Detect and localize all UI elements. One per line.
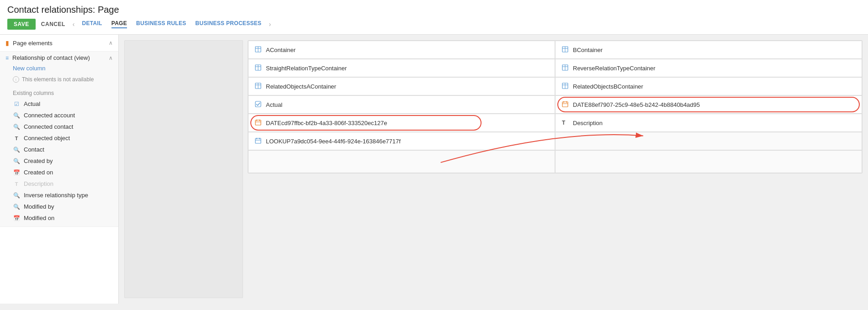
text-icon: T [562, 120, 569, 126]
date-icon [255, 119, 262, 127]
existing-columns-label: Existing columns [5, 86, 113, 98]
cell-label: DATE88ef7907-25c9-48e5-b242-4b8840b4ad95 [573, 101, 700, 108]
sidebar-item-label: Inverse relationship type [24, 192, 88, 199]
new-column-link[interactable]: New column [5, 61, 113, 75]
cell-straight-relation[interactable]: StraightRelationTypeContainer [248, 59, 555, 77]
calendar-icon: 📅 [13, 215, 20, 221]
canvas-wrapper: AContainer BContainer StraightRelation [248, 40, 863, 298]
cell-label: RelatedObjectsBContainer [573, 83, 643, 90]
cell-label: BContainer [573, 47, 603, 53]
sidebar-item-inverse-relationship[interactable]: 🔍 Inverse relationship type [5, 189, 113, 201]
sidebar-item-modified-by[interactable]: 🔍 Modified by [5, 201, 113, 212]
sidebar-item-created-on[interactable]: 📅 Created on [5, 167, 113, 178]
cell-reverse-relation[interactable]: ReverseRelationTypeContainer [555, 59, 862, 77]
check-icon [255, 101, 262, 109]
content-area: AContainer BContainer StraightRelation [119, 35, 868, 304]
sidebar-item-label: Connected contact [24, 123, 73, 130]
sidebar-item-label: Modified on [24, 215, 54, 221]
cancel-button[interactable]: CANCEL [41, 21, 65, 27]
cell-related-b[interactable]: RelatedObjectsBContainer [555, 77, 862, 95]
grid-container: AContainer BContainer StraightRelation [248, 41, 862, 173]
nav-next-arrow[interactable]: › [267, 21, 273, 28]
sidebar-item-label: Connected account [24, 112, 75, 119]
cell-description[interactable]: T Description [555, 114, 862, 132]
sidebar-subsection-title: Relationship of contact (view) [12, 54, 90, 61]
sidebar-section-title: Page elements [13, 40, 53, 47]
sidebar-item-connected-object[interactable]: T Connected object [5, 132, 113, 144]
search-icon: 🔍 [13, 204, 20, 210]
search-icon: 🔍 [13, 147, 20, 153]
sidebar-item-label: Created by [24, 158, 53, 164]
cell-label: Actual [266, 101, 282, 108]
cell-label: StraightRelationTypeContainer [266, 65, 347, 72]
sidebar-item-label: Actual [24, 100, 40, 107]
calendar-icon: 📅 [13, 169, 20, 176]
cell-label: LOOKUP7a9dc054-9ee4-44f6-924e-163846e771… [266, 138, 401, 145]
sidebar-item-modified-on[interactable]: 📅 Modified on [5, 212, 113, 224]
text-icon: T [13, 181, 20, 187]
search-icon: 🔍 [13, 158, 20, 164]
unavailable-text: This elements is not available [22, 76, 94, 83]
sidebar-item-created-by[interactable]: 🔍 Created by [5, 155, 113, 167]
save-button[interactable]: SAVE [7, 19, 36, 30]
date-icon [562, 101, 569, 109]
cell-empty-5-1 [555, 132, 862, 150]
sidebar-item-label: Description [24, 180, 53, 187]
sidebar-item-label: Connected object [24, 135, 70, 142]
sidebar-item-actual[interactable]: ☑ Actual [5, 98, 113, 110]
table-icon [255, 46, 262, 54]
cell-related-a[interactable]: RelatedObjectsAContainer [248, 77, 555, 95]
subsection-icon: ≡ [5, 55, 9, 61]
search-icon: 🔍 [13, 112, 20, 119]
nav-prev-arrow[interactable]: ‹ [71, 21, 77, 28]
table-icon [562, 46, 569, 54]
tab-page[interactable]: PAGE [111, 20, 127, 28]
search-icon: 🔍 [13, 192, 20, 199]
cell-date88[interactable]: DATE88ef7907-25c9-48e5-b242-4b8840b4ad95 [555, 95, 862, 114]
table-icon [562, 64, 569, 72]
sidebar-section-chevron[interactable]: ∧ [109, 40, 113, 46]
sidebar: ▮ Page elements ∧ ≡ Relationship of cont… [0, 35, 119, 304]
svg-rect-23 [255, 120, 261, 125]
sidebar-item-connected-account[interactable]: 🔍 Connected account [5, 110, 113, 121]
cell-bcontainer[interactable]: BContainer [555, 41, 862, 59]
svg-rect-27 [255, 138, 261, 143]
svg-rect-19 [562, 102, 568, 107]
cell-empty-6-1 [555, 150, 862, 173]
sidebar-item-connected-contact[interactable]: 🔍 Connected contact [5, 121, 113, 132]
table-icon [255, 64, 262, 72]
svg-rect-18 [255, 101, 261, 107]
table-icon [255, 83, 262, 90]
main-canvas: AContainer BContainer StraightRelation [248, 40, 863, 173]
text-icon: T [13, 136, 20, 141]
search-icon: 🔍 [13, 124, 20, 130]
tab-business-processes[interactable]: BUSINESS PROCESSES [196, 20, 262, 28]
sidebar-subsection: ≡ Relationship of contact (view) ∧ New c… [0, 52, 118, 227]
subsection-chevron[interactable]: ∧ [109, 55, 113, 61]
top-bar: Contact relationships: Page SAVE CANCEL … [0, 0, 868, 35]
sidebar-section-header: ▮ Page elements ∧ [0, 35, 118, 52]
cell-acontainer[interactable]: AContainer [248, 41, 555, 59]
unavailable-icon: i [13, 76, 19, 83]
tab-detail[interactable]: DETAIL [82, 20, 102, 28]
lookup-icon [255, 137, 262, 145]
sidebar-item-label: Contact [24, 146, 44, 153]
cell-datecd[interactable]: DATEcd97ffbc-bf2b-4a33-806f-333520ec127e [248, 114, 555, 132]
check-icon: ☑ [13, 101, 20, 107]
unavailable-notice: i This elements is not available [5, 75, 113, 86]
cell-actual[interactable]: Actual [248, 95, 555, 114]
sidebar-item-contact[interactable]: 🔍 Contact [5, 144, 113, 155]
cell-label: ReverseRelationTypeContainer [573, 65, 656, 72]
nav-tabs: DETAIL PAGE BUSINESS RULES BUSINESS PROC… [82, 20, 261, 28]
sidebar-item-description[interactable]: T Description [5, 178, 113, 189]
table-icon [562, 83, 569, 90]
sidebar-item-label: Created on [24, 169, 53, 176]
sidebar-item-label: Modified by [24, 203, 54, 210]
left-canvas [124, 40, 243, 298]
cell-lookup[interactable]: LOOKUP7a9dc054-9ee4-44f6-924e-163846e771… [248, 132, 555, 150]
cell-label: Description [573, 120, 603, 126]
cell-label: DATEcd97ffbc-bf2b-4a33-806f-333520ec127e [266, 120, 387, 126]
cell-empty-6-0 [248, 150, 555, 173]
tab-business-rules[interactable]: BUSINESS RULES [136, 20, 186, 28]
cell-label: RelatedObjectsAContainer [266, 83, 336, 90]
